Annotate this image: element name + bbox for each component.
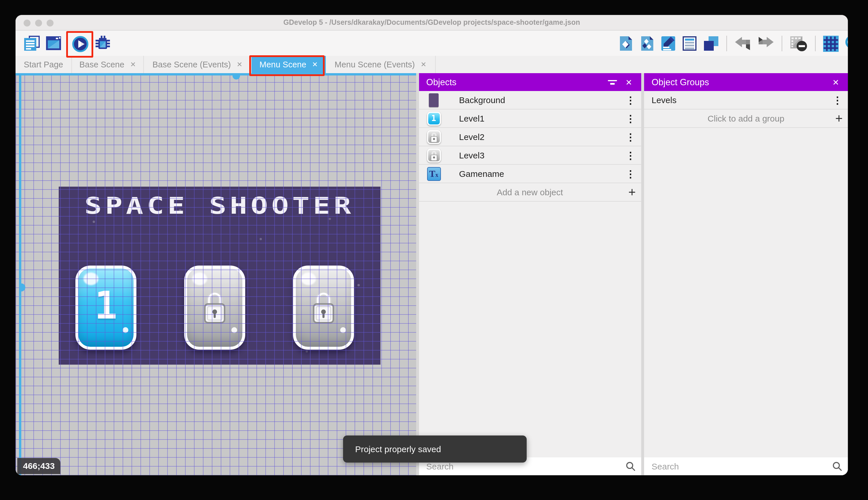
properties-icon[interactable] — [661, 36, 676, 51]
group-label: Levels — [652, 95, 677, 105]
level3-thumbnail — [427, 148, 441, 162]
object-menu-icon[interactable]: ⋮ — [625, 110, 636, 128]
objects-panel-title: Objects — [426, 77, 606, 87]
tab-bar: Start Page Base Scene ✕ Base Scene (Even… — [15, 56, 848, 73]
object-menu-icon[interactable]: ⋮ — [625, 128, 636, 146]
lock-icon — [308, 287, 339, 325]
level1-number: 1 — [78, 283, 133, 328]
tab-label: Base Scene — [80, 60, 124, 69]
object-label: Level3 — [459, 150, 484, 160]
horizontal-scroll-marker[interactable] — [233, 75, 240, 79]
background-thumbnail — [429, 93, 438, 107]
toolbar: 1:1 — [15, 31, 848, 56]
level3-button-instance[interactable] — [293, 265, 354, 350]
project-manager-icon[interactable] — [24, 35, 40, 52]
groups-panel-title: Object Groups — [652, 77, 828, 87]
cursor-coordinates-badge: 466;433 — [17, 458, 60, 474]
add-object-plus-icon[interactable]: + — [628, 185, 636, 200]
search-icon[interactable] — [625, 462, 635, 474]
objects-list: Background ⋮ 1 Level1 ⋮ — [419, 91, 641, 202]
zoom-1-1-icon[interactable]: 1:1 — [845, 35, 848, 52]
object-row-level1[interactable]: 1 Level1 ⋮ — [419, 110, 641, 128]
object-groups-icon[interactable] — [640, 36, 655, 51]
tab-close-icon[interactable]: ✕ — [421, 60, 426, 69]
gdevelop-window: GDevelop 5 - /Users/dkarakay/Documents/G… — [15, 15, 848, 475]
game-scene-preview[interactable]: SPACE SHOOTER 1 — [58, 186, 380, 365]
grid-icon[interactable] — [823, 35, 838, 52]
tab-close-icon[interactable]: ✕ — [130, 60, 136, 69]
tab-label: Base Scene (Events) — [153, 60, 231, 69]
tab-label: Menu Scene (Events) — [335, 60, 415, 69]
add-group-label: Click to add a group — [708, 113, 785, 123]
add-group-plus-icon[interactable]: + — [835, 111, 843, 126]
object-row-gamename[interactable]: Tx Gamename ⋮ — [419, 165, 641, 183]
scene-editor-canvas[interactable]: SPACE SHOOTER 1 — [15, 73, 416, 475]
object-row-background[interactable]: Background ⋮ — [419, 91, 641, 110]
toolbar-right-icons: 1:1 — [618, 35, 848, 52]
toolbar-separator — [782, 36, 782, 51]
save-toast: Project properly saved — [343, 435, 527, 463]
object-menu-icon[interactable]: ⋮ — [625, 165, 636, 183]
close-groups-panel-icon[interactable]: ✕ — [828, 75, 843, 90]
object-label: Level1 — [459, 113, 484, 123]
object-label: Background — [459, 95, 505, 105]
objects-editor-icon[interactable] — [618, 36, 633, 51]
window-mask-icon[interactable] — [790, 35, 808, 52]
tab-close-icon[interactable]: ✕ — [237, 60, 242, 69]
groups-search-input[interactable] — [652, 457, 794, 475]
groups-list: Levels ⋮ Click to add a group + — [644, 91, 848, 128]
tab-base-scene-events[interactable]: Base Scene (Events) ✕ — [144, 56, 251, 73]
objects-panel-header: Objects ✕ — [419, 73, 641, 91]
add-object-label: Add a new object — [497, 187, 563, 197]
groups-search-bar — [644, 457, 848, 475]
redo-icon[interactable] — [758, 37, 774, 50]
toolbar-separator — [815, 36, 816, 51]
vertical-scroll-marker[interactable] — [21, 283, 25, 292]
horizontal-scroll-ruler[interactable] — [15, 73, 416, 75]
object-row-level2[interactable]: Level2 ⋮ — [419, 128, 641, 146]
instances-list-icon[interactable] — [682, 36, 697, 51]
tab-menu-scene-events[interactable]: Menu Scene (Events) ✕ — [326, 56, 436, 73]
panel-resize-divider[interactable] — [416, 73, 419, 475]
level2-button-instance[interactable] — [184, 265, 245, 350]
panel-resize-divider[interactable] — [641, 73, 644, 475]
titlebar: GDevelop 5 - /Users/dkarakay/Documents/G… — [15, 15, 848, 31]
scene-title-text[interactable]: SPACE SHOOTER — [58, 192, 380, 219]
tab-close-icon[interactable]: ✕ — [312, 60, 318, 69]
start-page-icon[interactable] — [46, 35, 62, 52]
tab-label: Start Page — [24, 60, 63, 69]
window-title: GDevelop 5 - /Users/dkarakay/Documents/G… — [15, 15, 848, 31]
object-row-level3[interactable]: Level3 ⋮ — [419, 146, 641, 165]
vertical-scroll-ruler[interactable] — [19, 73, 21, 475]
objects-panel: Objects ✕ Background ⋮ 1 Level1 ⋮ — [419, 73, 641, 475]
close-objects-panel-icon[interactable]: ✕ — [621, 75, 636, 90]
tab-menu-scene[interactable]: Menu Scene ✕ — [251, 56, 326, 73]
undo-icon[interactable] — [735, 37, 751, 50]
lock-icon — [428, 149, 439, 161]
filter-icon[interactable] — [606, 75, 621, 90]
group-menu-icon[interactable]: ⋮ — [832, 91, 843, 110]
lock-icon — [428, 131, 439, 143]
lock-icon — [199, 287, 230, 325]
toolbar-separator — [726, 36, 727, 51]
groups-panel-header: Object Groups ✕ — [644, 73, 848, 91]
play-icon[interactable] — [72, 36, 89, 53]
scene-stars — [58, 186, 60, 188]
level1-button-instance[interactable]: 1 — [75, 265, 137, 350]
add-object-row[interactable]: Add a new object + — [419, 183, 641, 202]
object-menu-icon[interactable]: ⋮ — [625, 91, 636, 110]
object-groups-panel: Object Groups ✕ Levels ⋮ Click to add a … — [644, 73, 848, 475]
search-icon[interactable] — [832, 462, 842, 474]
debug-icon[interactable] — [94, 35, 111, 52]
text-object-thumbnail: Tx — [427, 167, 441, 181]
level1-thumbnail: 1 — [427, 112, 441, 125]
tab-base-scene[interactable]: Base Scene ✕ — [72, 56, 144, 73]
add-group-row[interactable]: Click to add a group + — [644, 110, 848, 128]
tab-start-page[interactable]: Start Page — [15, 56, 72, 73]
toast-message: Project properly saved — [355, 444, 441, 454]
object-menu-icon[interactable]: ⋮ — [625, 146, 636, 165]
tab-label: Menu Scene — [260, 60, 306, 69]
screenshot-stage: GDevelop 5 - /Users/dkarakay/Documents/G… — [0, 0, 868, 500]
group-row-levels[interactable]: Levels ⋮ — [644, 91, 848, 110]
layers-icon[interactable] — [703, 36, 719, 51]
